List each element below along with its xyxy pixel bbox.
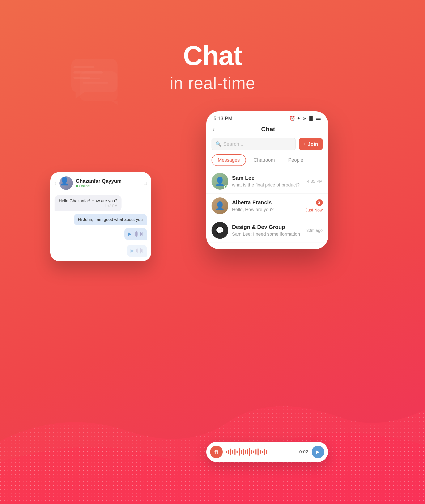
chat-time: 4:35 PM	[307, 179, 323, 184]
message-text: Hi John, I am good what about you	[78, 217, 143, 222]
svg-rect-1	[73, 66, 94, 68]
tab-chatroom[interactable]: Chatroom	[248, 155, 281, 166]
wave-bar	[258, 448, 259, 456]
voice-play-button[interactable]: ▶	[312, 446, 324, 458]
chat-preview: what is the final price of product?	[232, 182, 304, 188]
voice-message-bar: 🗑 0:02 ▶	[206, 442, 328, 462]
chat-name: Sam Lee	[232, 175, 304, 181]
background-wave	[0, 315, 425, 504]
wave-bar	[247, 449, 248, 454]
chat-list: 👤 Sam Lee what is the final price of pro…	[206, 168, 328, 249]
phone-header: ‹ Chat	[206, 123, 328, 136]
chat-preview: Hello, How are you?	[232, 207, 302, 212]
messages-area: Hello Ghazanfar! How are you? 1:48 PM Hi…	[50, 193, 151, 257]
message-time: 1:48 PM	[59, 204, 117, 208]
online-dot	[76, 185, 78, 187]
secondary-chat-window: ‹ 👤 Ghazanfar Qayyum Online □ Hello Ghaz…	[50, 172, 151, 261]
chat-item-sam-lee[interactable]: 👤 Sam Lee what is the final price of pro…	[206, 169, 328, 194]
voice-message-2: ▶	[127, 245, 147, 257]
search-icon: 🔍	[216, 141, 221, 147]
secondary-online-status: Online	[76, 184, 141, 188]
person-icon: 👤	[215, 177, 225, 186]
trash-icon: 🗑	[214, 449, 219, 455]
hero-subtitle: in real-time	[170, 74, 255, 93]
wave-bar	[232, 450, 233, 454]
chat-time: Just Now	[305, 208, 323, 213]
chat-title: Chat	[215, 126, 322, 133]
wave-bar	[245, 450, 246, 454]
wave-bar	[239, 448, 240, 456]
person-icon: 👤	[215, 201, 225, 210]
back-button[interactable]: ‹	[212, 126, 215, 133]
search-bar-row: 🔍 Search ... + Join	[206, 136, 328, 153]
chat-item-design-dev[interactable]: 💬 Design & Dev Group Sam Lee: I need som…	[206, 218, 328, 243]
wave-bar	[266, 450, 267, 454]
wave-bar	[140, 248, 141, 254]
svg-rect-6	[83, 82, 108, 84]
wave-bar	[249, 448, 250, 456]
main-phone-mockup: 5:13 PM ⏰ ✦ ⊛ ▐▌ ▬ ‹ Chat 🔍 Search ... +…	[206, 111, 328, 249]
wave-bar	[226, 451, 227, 453]
wave-bar	[264, 449, 265, 455]
background-watermark	[63, 55, 130, 113]
wave-bar	[138, 232, 138, 236]
voice-waveform-small-2	[136, 248, 143, 254]
signal-icon: ▐▌	[308, 116, 314, 121]
wave-bar	[142, 249, 143, 253]
wave-bar	[228, 450, 229, 454]
voice-message-1: ▶	[124, 228, 147, 240]
wave-bar	[241, 450, 242, 454]
voice-waveform-small	[134, 231, 143, 237]
group-icon: 💬	[216, 226, 224, 234]
wave-bar	[139, 249, 139, 253]
wave-bar	[253, 450, 254, 453]
message-text: Hello Ghazanfar! How are you?	[59, 198, 117, 203]
wave-bar	[141, 249, 142, 252]
wifi-icon: ⊛	[302, 116, 306, 121]
wave-bar	[134, 233, 134, 235]
wave-bar	[136, 249, 137, 252]
battery-icon: ▬	[316, 116, 321, 121]
wave-bar	[139, 231, 139, 236]
chat-item-alberta[interactable]: 👤 Alberta Francis Hello, How are you? 2 …	[206, 194, 328, 218]
avatar-sam-lee: 👤	[212, 173, 228, 190]
chat-meta-sam: 4:35 PM	[307, 179, 323, 184]
voice-delete-button[interactable]: 🗑	[210, 446, 223, 458]
voice-play-icon[interactable]: ▶	[128, 231, 132, 237]
wave-bar	[234, 449, 235, 455]
tab-people[interactable]: People	[282, 155, 309, 166]
secondary-chat-header: ‹ 👤 Ghazanfar Qayyum Online □	[50, 172, 151, 193]
chat-meta-group: 30m ago	[306, 228, 323, 233]
secondary-options-button[interactable]: □	[144, 180, 147, 186]
message-received-1: Hello Ghazanfar! How are you? 1:48 PM	[54, 195, 121, 211]
secondary-user-name: Ghazanfar Qayyum	[76, 178, 141, 184]
avatar-group: 💬	[212, 222, 228, 239]
voice-duration: 0:02	[299, 449, 308, 455]
chat-name: Alberta Francis	[232, 199, 302, 206]
search-placeholder: Search ...	[223, 141, 245, 147]
status-bar: 5:13 PM ⏰ ✦ ⊛ ▐▌ ▬	[206, 111, 328, 123]
svg-rect-5	[83, 78, 100, 79]
wave-bar	[255, 449, 256, 455]
wave-bar	[138, 249, 138, 253]
chat-meta-alberta: 2 Just Now	[305, 199, 323, 213]
chat-time: 30m ago	[306, 228, 323, 233]
avatar-alberta: 👤	[212, 197, 228, 214]
join-button[interactable]: + Join	[299, 138, 323, 150]
secondary-back-button[interactable]: ‹	[54, 180, 56, 187]
wave-bar	[142, 232, 143, 236]
wave-bar	[260, 450, 261, 454]
wave-bar	[135, 232, 136, 236]
voice-waveform	[226, 448, 296, 456]
search-input-wrap[interactable]: 🔍 Search ...	[212, 138, 296, 150]
status-icons: ⏰ ✦ ⊛ ▐▌ ▬	[289, 116, 320, 121]
tab-messages[interactable]: Messages	[212, 154, 246, 166]
bluetooth-icon: ✦	[297, 116, 300, 121]
chat-info-group: Design & Dev Group Sam Lee: I need some …	[232, 224, 303, 237]
chat-preview: Sam Lee: I need some iformation	[232, 231, 303, 237]
chat-info-sam-lee: Sam Lee what is the final price of produ…	[232, 175, 304, 188]
wave-bar	[230, 449, 231, 455]
chat-info-alberta: Alberta Francis Hello, How are you?	[232, 199, 302, 212]
person-icon: 👤	[60, 177, 69, 185]
voice-play-icon-2[interactable]: ▶	[131, 248, 134, 254]
